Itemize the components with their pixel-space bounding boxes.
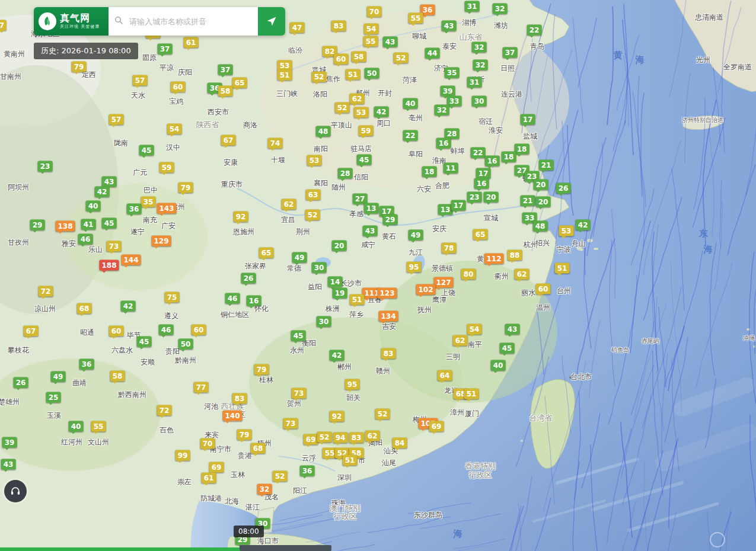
aqi-marker[interactable]: 28 xyxy=(338,168,353,179)
aqi-marker[interactable]: 45 xyxy=(291,331,306,341)
aqi-marker[interactable]: 18 xyxy=(422,166,437,177)
aqi-marker[interactable]: 26 xyxy=(556,183,571,194)
aqi-marker[interactable]: 92 xyxy=(330,411,344,422)
aqi-marker[interactable]: 35 xyxy=(445,68,460,78)
aqi-marker[interactable]: 17 xyxy=(451,200,466,211)
site-logo[interactable]: 真气网 关注环境 关爱健康 xyxy=(34,7,109,36)
aqi-marker[interactable]: 67 xyxy=(221,135,236,146)
aqi-marker[interactable]: 134 xyxy=(378,311,398,322)
aqi-marker[interactable]: 30 xyxy=(312,262,327,273)
aqi-marker[interactable]: 49 xyxy=(292,252,307,263)
aqi-marker[interactable]: 60 xyxy=(109,326,124,337)
aqi-marker[interactable]: 47 xyxy=(290,23,305,33)
search-input[interactable] xyxy=(128,17,252,27)
aqi-marker[interactable]: 72 xyxy=(157,405,172,416)
aqi-marker[interactable]: 37 xyxy=(218,65,233,75)
aqi-marker[interactable]: 59 xyxy=(359,126,374,136)
aqi-marker[interactable]: 58 xyxy=(110,371,125,382)
aqi-marker[interactable]: 40 xyxy=(491,360,506,371)
aqi-marker[interactable]: 33 xyxy=(447,96,462,107)
aqi-marker[interactable]: 69 xyxy=(304,434,318,445)
aqi-marker[interactable]: 39 xyxy=(2,437,17,448)
aqi-marker[interactable]: 59 xyxy=(160,162,174,173)
aqi-marker[interactable]: 94 xyxy=(333,433,348,443)
aqi-marker[interactable]: 72 xyxy=(39,286,53,297)
aqi-marker[interactable]: 25 xyxy=(46,392,61,403)
aqi-marker[interactable]: 40 xyxy=(69,421,84,432)
aqi-marker[interactable]: 51 xyxy=(277,70,292,81)
aqi-marker[interactable]: 45 xyxy=(102,218,117,229)
aqi-marker[interactable]: 70 xyxy=(367,7,382,17)
aqi-marker[interactable]: 45 xyxy=(500,343,515,354)
aqi-marker[interactable]: 73 xyxy=(283,418,298,429)
aqi-marker[interactable]: 22 xyxy=(403,130,418,141)
aqi-marker[interactable]: 64 xyxy=(438,370,452,381)
service-button[interactable] xyxy=(4,480,27,502)
aqi-marker[interactable]: 54 xyxy=(364,24,379,34)
aqi-marker[interactable]: 52 xyxy=(335,102,350,113)
aqi-marker[interactable]: 60 xyxy=(536,284,551,294)
aqi-marker[interactable]: 58 xyxy=(352,52,366,62)
aqi-marker[interactable]: 57 xyxy=(133,75,148,86)
aqi-marker[interactable]: 79 xyxy=(72,62,87,72)
aqi-marker[interactable]: 26 xyxy=(14,377,28,388)
aqi-marker[interactable]: 62 xyxy=(282,199,296,210)
aqi-marker[interactable]: 61 xyxy=(184,37,199,48)
aqi-marker[interactable]: 23 xyxy=(467,192,482,203)
aqi-marker[interactable]: 42 xyxy=(576,220,591,230)
aqi-marker[interactable]: 23 xyxy=(38,161,53,172)
aqi-marker[interactable]: 43 xyxy=(505,324,520,335)
aqi-marker[interactable]: 67 xyxy=(24,326,39,337)
aqi-marker[interactable]: 36 xyxy=(79,359,94,370)
aqi-marker[interactable]: 74 xyxy=(268,138,283,149)
aqi-marker[interactable]: 61 xyxy=(202,473,216,483)
aqi-marker[interactable]: 43 xyxy=(442,21,457,31)
aqi-marker[interactable]: 32 xyxy=(472,42,487,53)
aqi-marker[interactable]: 60 xyxy=(192,325,206,335)
aqi-marker[interactable]: 31 xyxy=(467,77,482,88)
aqi-marker[interactable]: 62 xyxy=(515,269,529,280)
aqi-marker[interactable]: 42 xyxy=(121,301,136,312)
aqi-marker[interactable]: 48 xyxy=(533,221,548,232)
aqi-marker[interactable]: 112 xyxy=(484,254,503,264)
aqi-marker[interactable]: 42 xyxy=(95,187,110,197)
aqi-marker[interactable]: 46 xyxy=(78,234,93,245)
aqi-marker[interactable]: 68 xyxy=(251,443,266,454)
timeline-scrubber-handle[interactable] xyxy=(240,545,331,551)
aqi-marker[interactable]: 43 xyxy=(1,459,16,470)
aqi-marker[interactable]: 144 xyxy=(121,255,141,265)
aqi-marker[interactable]: 65 xyxy=(259,248,274,258)
aqi-marker[interactable]: 58 xyxy=(218,86,233,97)
aqi-marker[interactable]: 43 xyxy=(102,177,117,187)
aqi-marker[interactable]: 20 xyxy=(536,197,551,207)
aqi-marker[interactable]: 55 xyxy=(363,36,378,47)
aqi-marker[interactable]: 92 xyxy=(234,212,248,222)
aqi-marker[interactable]: 60 xyxy=(171,82,186,92)
aqi-marker[interactable]: 52 xyxy=(273,471,288,482)
aqi-marker[interactable]: 60 xyxy=(334,54,349,65)
aqi-marker[interactable]: 138 xyxy=(55,221,75,232)
aqi-marker[interactable]: 17 xyxy=(476,168,491,179)
aqi-marker[interactable]: 39 xyxy=(441,86,455,97)
aqi-marker[interactable]: 65 xyxy=(473,229,488,240)
aqi-marker[interactable]: 69 xyxy=(429,421,444,432)
aqi-marker[interactable]: 22 xyxy=(471,148,486,158)
aqi-marker[interactable]: 43 xyxy=(363,226,378,236)
aqi-marker[interactable]: 52 xyxy=(312,72,327,82)
aqi-marker[interactable]: 51 xyxy=(350,294,365,305)
aqi-marker[interactable]: 16 xyxy=(436,138,451,149)
aqi-marker[interactable]: 42 xyxy=(330,350,344,361)
aqi-marker[interactable]: 20 xyxy=(332,241,347,251)
aqi-marker[interactable]: 18 xyxy=(515,144,529,155)
aqi-marker[interactable]: 18 xyxy=(502,152,516,162)
aqi-marker[interactable]: 78 xyxy=(442,243,457,254)
aqi-marker[interactable]: 75 xyxy=(165,292,180,303)
aqi-marker[interactable]: 13 xyxy=(438,204,453,215)
aqi-marker[interactable]: 30 xyxy=(472,96,487,107)
aqi-marker[interactable]: 79 xyxy=(178,182,193,193)
aqi-marker[interactable]: 80 xyxy=(461,269,476,280)
aqi-marker[interactable]: 51 xyxy=(346,69,361,80)
aqi-marker[interactable]: 53 xyxy=(307,155,322,166)
aqi-marker[interactable]: 83 xyxy=(232,393,247,404)
aqi-marker[interactable]: 32 xyxy=(473,60,488,71)
